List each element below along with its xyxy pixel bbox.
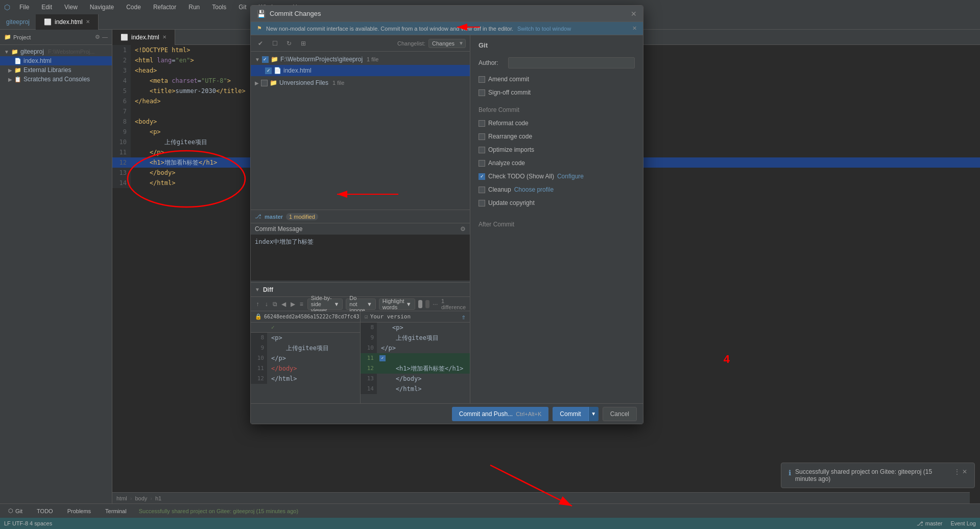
status-branch[interactable]: ⎇ master xyxy=(917,520,943,527)
sidebar-close-icon[interactable]: — xyxy=(102,34,108,40)
diff-next-button[interactable]: ▶ xyxy=(290,298,296,310)
analyze-code-checkbox[interactable] xyxy=(479,160,485,167)
project-label[interactable]: giteeproj xyxy=(0,18,36,26)
branch-name[interactable]: master xyxy=(265,214,283,220)
code-tab-close[interactable]: ✕ xyxy=(162,34,166,40)
menu-item-navigate[interactable]: Navigate xyxy=(87,3,117,12)
diff-list-button[interactable]: ≡ xyxy=(299,298,304,310)
diff-up-button[interactable]: ↑ xyxy=(255,298,260,310)
diff-left-panel: 🔒 66248eedd2a4586a15222c78cd7fc431372998… xyxy=(251,311,361,403)
commit-message-input[interactable]: index中增加了h标签 xyxy=(251,235,470,281)
diff-collapse-icon[interactable]: ▼ xyxy=(255,287,260,292)
todo-tab-label: TODO xyxy=(37,508,53,514)
menu-item-run[interactable]: Run xyxy=(185,3,203,12)
reformat-code-label: Reformat code xyxy=(488,120,529,127)
tree-external-libs[interactable]: ▶ 📁 External Libraries xyxy=(0,65,112,75)
check-all-button[interactable]: ✔ xyxy=(255,38,266,49)
file-tab-close[interactable]: ✕ xyxy=(86,19,90,25)
event-log-label[interactable]: Event Log xyxy=(950,520,976,526)
folder-icon: 📁 xyxy=(271,56,278,63)
dialog-close-button[interactable]: ✕ xyxy=(631,10,637,18)
update-copyright-checkbox[interactable] xyxy=(479,200,485,206)
menu-item-edit[interactable]: Edit xyxy=(38,3,55,12)
file-tab-index-html[interactable]: ⬜ index.html ✕ xyxy=(36,14,99,30)
commit-button[interactable]: Commit xyxy=(553,407,588,421)
diff-right-line-8: 8 <p> xyxy=(361,323,470,333)
dialog-footer: Commit and Push... Ctrl+Alt+K Commit ▼ C… xyxy=(251,403,643,424)
check-todo-checkbox[interactable]: ✓ xyxy=(479,173,485,180)
bottom-tab-git[interactable]: ⬡ Git xyxy=(4,507,27,515)
diff-ignore-button[interactable]: Do not ignore ▼ xyxy=(346,298,375,310)
notif-close-button[interactable]: ✕ xyxy=(962,468,967,475)
commit-dropdown-button[interactable]: ▼ xyxy=(588,407,599,421)
menu-item-tools[interactable]: Tools xyxy=(209,3,229,12)
amend-commit-checkbox[interactable] xyxy=(479,76,485,83)
cleanup-checkbox[interactable] xyxy=(479,187,485,193)
signoff-commit-checkbox[interactable] xyxy=(479,89,485,96)
uncheck-all-button[interactable]: ☐ xyxy=(269,38,280,49)
breadcrumb-html[interactable]: html xyxy=(116,495,127,501)
menu-item-file[interactable]: File xyxy=(16,3,32,12)
modified-badge[interactable]: 1 modified xyxy=(286,213,318,220)
sidebar-settings-icon[interactable]: ⚙ xyxy=(95,34,100,40)
refresh-button[interactable]: ↻ xyxy=(283,38,295,49)
info-banner: ⚑ New non-modal commit interface is avai… xyxy=(251,22,643,35)
ftree-file-index[interactable]: ✓ 📄 index.html xyxy=(251,65,470,76)
diff-line-checkbox-11[interactable]: ✓ xyxy=(379,355,386,361)
configure-link[interactable]: Configure xyxy=(557,173,584,180)
diff-copy-button[interactable]: ⧉ xyxy=(272,298,278,310)
diff-right-file-header: ☑ Your version ⇑ xyxy=(361,311,470,323)
ftree-unversioned-checkbox[interactable] xyxy=(261,80,268,86)
amend-commit-label: Amend commit xyxy=(488,76,529,83)
cancel-button[interactable]: Cancel xyxy=(603,407,637,421)
banner-close-button[interactable]: ✕ xyxy=(632,25,637,32)
menu-item-view[interactable]: View xyxy=(61,3,81,12)
code-tab-index[interactable]: ⬜ index.html ✕ xyxy=(112,30,175,45)
diff-prev-button[interactable]: ◀ xyxy=(281,298,286,310)
bottom-tab-problems[interactable]: Problems xyxy=(63,507,95,515)
breadcrumb-h1[interactable]: h1 xyxy=(155,495,161,501)
commit-and-push-button[interactable]: Commit and Push... Ctrl+Alt+K xyxy=(452,407,549,421)
bottom-tab-todo[interactable]: TODO xyxy=(33,507,57,515)
menu-item-code[interactable]: Code xyxy=(123,3,144,12)
diff-color2-button[interactable] xyxy=(425,300,429,308)
ftree-root-checkbox[interactable]: ✓ xyxy=(262,56,269,63)
diff-down-button[interactable]: ↓ xyxy=(264,298,269,310)
tree-scratches[interactable]: ▶ 📋 Scratches and Consoles xyxy=(0,75,112,84)
breadcrumb-sep1: › xyxy=(130,495,132,501)
commit-msg-settings-icon[interactable]: ⚙ xyxy=(460,225,466,233)
ftree-unversioned-count: 1 file xyxy=(332,80,344,86)
sidebar-header: 📁 Project ⚙ — xyxy=(0,30,112,45)
ftree-root[interactable]: ▼ ✓ 📁 F:\WebstormProjects\giteeproj 1 fi… xyxy=(251,54,470,65)
diff-right-align-icon[interactable]: ⇑ xyxy=(462,313,466,321)
diff-highlight-button[interactable]: Highlight words ▼ xyxy=(379,298,415,310)
reformat-code-checkbox[interactable] xyxy=(479,120,485,127)
commit-dialog: 💾 Commit Changes ✕ ⚑ New non-modal commi… xyxy=(250,5,643,424)
banner-switch-link[interactable]: Switch to tool window xyxy=(517,26,571,32)
tree-file-index[interactable]: 📄 index.html xyxy=(0,56,112,65)
terminal-tab-label: Terminal xyxy=(105,508,127,514)
after-commit-heading: After Commit xyxy=(479,221,635,228)
tree-root-item[interactable]: ▼ 📁 giteeproj F:\WebstormProj... xyxy=(0,47,112,56)
changelist-select[interactable]: Changes xyxy=(428,39,466,48)
diff-left-file-header: 🔒 66248eedd2a4586a15222c78cd7fc431372998… xyxy=(251,311,360,323)
bottom-tab-terminal[interactable]: Terminal xyxy=(101,507,131,515)
author-input[interactable] xyxy=(508,57,635,68)
breadcrumb-body[interactable]: body xyxy=(135,495,147,501)
menu-item-git[interactable]: Git xyxy=(235,3,249,12)
diff-color1-button[interactable] xyxy=(418,300,422,308)
app-icon: ⬡ xyxy=(4,3,10,11)
rearrange-code-checkbox[interactable] xyxy=(479,133,485,140)
diff-view-mode-button[interactable]: Side-by-side viewer ▼ xyxy=(307,298,343,310)
notif-more-icon[interactable]: ⋮ xyxy=(954,468,960,475)
diff-right-line-10: 10</p> xyxy=(361,343,470,353)
choose-profile-link[interactable]: Choose profile xyxy=(514,186,554,193)
diff-more-button[interactable]: ··· xyxy=(433,298,438,310)
unversioned-icon: 📁 xyxy=(270,79,277,86)
ftree-file-checkbox[interactable]: ✓ xyxy=(265,67,272,74)
ftree-unversioned-expand: ▶ xyxy=(255,80,259,86)
optimize-imports-checkbox[interactable] xyxy=(479,147,485,153)
group-button[interactable]: ⊞ xyxy=(298,38,309,49)
menu-item-refactor[interactable]: Refactor xyxy=(150,3,179,12)
ftree-unversioned[interactable]: ▶ 📁 Unversioned Files 1 file xyxy=(251,77,470,88)
